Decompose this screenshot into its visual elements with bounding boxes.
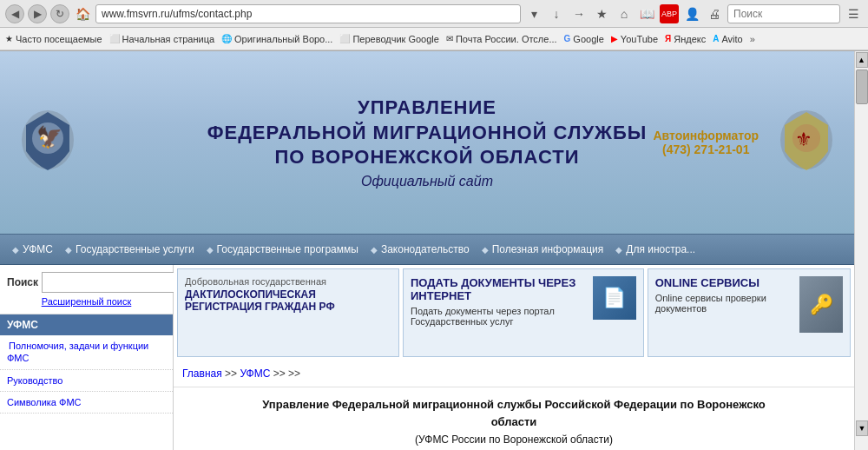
- card3-title: ONLINE СЕРВИСЫ: [655, 276, 794, 289]
- bookmark-pochta[interactable]: ✉ Почта России. Отсле...: [446, 34, 557, 44]
- search-label: Поиск: [7, 272, 38, 293]
- yandex-icon: Я: [665, 34, 671, 43]
- scroll-down-btn[interactable]: ▼: [856, 420, 868, 436]
- nav-arrow-useful: ◆: [482, 245, 489, 255]
- nav-arrow-ufms: ◆: [12, 245, 19, 255]
- google-icon: G: [564, 34, 571, 43]
- sidebar-item-simvolika[interactable]: Символика ФМС: [0, 392, 173, 414]
- header-subtitle: Официальный сайт: [207, 174, 648, 189]
- bookmark-original[interactable]: 🌐 Оригинальный Воро...: [221, 34, 332, 44]
- nav-arrow-programs: ◆: [207, 245, 214, 255]
- dropdown-icon[interactable]: ▾: [524, 4, 543, 23]
- search-input[interactable]: [42, 272, 181, 293]
- autoinformer-phone: (473) 271-21-01: [653, 142, 759, 156]
- bookmarks-overflow: »: [750, 34, 755, 44]
- star-icon[interactable]: ★: [592, 4, 611, 23]
- browser-content: 🦅 УПРАВЛЕНИЕ ФЕДЕРАЛЬНОЙ МИГРАЦИОННОЙ СЛ…: [0, 51, 868, 450]
- menu-icon[interactable]: ☰: [844, 4, 863, 23]
- breadcrumb-sep3: >>: [288, 367, 300, 380]
- url-bar[interactable]: [95, 4, 521, 23]
- card2-image: 📄: [593, 276, 636, 320]
- nav-arrow-services: ◆: [65, 245, 72, 255]
- bookmark-translate[interactable]: ⬜ Переводчик Google: [339, 34, 439, 44]
- card2-title: ПОДАТЬ ДОКУМЕНТЫ ЧЕРЕЗ ИНТЕРНЕТ: [411, 276, 588, 302]
- header-center: УПРАВЛЕНИЕ ФЕДЕРАЛЬНОЙ МИГРАЦИОННОЙ СЛУЖ…: [207, 96, 648, 189]
- card1-subtitle: Добровольная государственная: [185, 276, 335, 287]
- page-title-section: Управление Федеральной миграционной служ…: [174, 387, 854, 450]
- svg-text:⚜: ⚜: [795, 129, 812, 150]
- header-title-line2: ФЕДЕРАЛЬНОЙ МИГРАЦИОННОЙ СЛУЖБЫ: [207, 121, 648, 146]
- bookmark-yandex[interactable]: Я Яндекс: [665, 34, 706, 44]
- bookmarks-bar: ★ Часто посещаемые ⬜ Начальная страница …: [0, 28, 868, 50]
- breadcrumb-home[interactable]: Главная: [182, 367, 222, 380]
- vertical-scrollbar: ▲ ▼: [854, 51, 868, 450]
- bookmark-google[interactable]: G Google: [564, 34, 604, 44]
- bookmark-home[interactable]: ⬜ Начальная страница: [109, 34, 214, 44]
- breadcrumb: Главная >> УФМС >> >>: [174, 361, 854, 387]
- nav-menu: ◆ УФМС ◆ Государственные услуги ◆ Госуда…: [0, 234, 854, 265]
- card3-image: 🔑: [799, 276, 843, 333]
- youtube-icon: ▶: [611, 34, 618, 43]
- card-online: ONLINE СЕРВИСЫ Online сервисы проверки д…: [648, 268, 851, 357]
- content-cards: Добровольная государственная ДАКТИЛОСКОП…: [174, 265, 854, 361]
- print-icon[interactable]: 🖨: [705, 4, 724, 23]
- scroll-up-btn[interactable]: ▲: [856, 52, 868, 68]
- globe-icon: 🌐: [221, 34, 232, 43]
- nav-arrow-legislation: ◆: [371, 245, 378, 255]
- header-title-line1: УПРАВЛЕНИЕ: [207, 96, 648, 121]
- home-bm-icon: ⬜: [109, 34, 120, 43]
- breadcrumb-ufms[interactable]: УФМС: [240, 367, 270, 380]
- adblock-icon[interactable]: ABP: [660, 4, 679, 23]
- card2-body: Подать документы через портал Государств…: [411, 306, 588, 327]
- nav-item-foreign[interactable]: ◆ Для иностра...: [610, 243, 700, 255]
- nav-item-useful[interactable]: ◆ Полезная информация: [477, 243, 609, 255]
- svg-text:🦅: 🦅: [36, 124, 62, 149]
- nav-item-services[interactable]: ◆ Государственные услуги: [60, 243, 200, 255]
- header-title-line3: ПО ВОРОНЕЖСКОЙ ОБЛАСТИ: [207, 145, 648, 170]
- right-logo: ⚜: [776, 108, 845, 177]
- main-layout: Поиск 🔍 Расширенный поиск УФМС Полномочи…: [0, 265, 854, 450]
- mail-icon: ✉: [446, 34, 453, 43]
- page: 🦅 УПРАВЛЕНИЕ ФЕДЕРАЛЬНОЙ МИГРАЦИОННОЙ СЛ…: [0, 51, 854, 450]
- advanced-search-link[interactable]: Расширенный поиск: [7, 296, 166, 307]
- page-title-line2: области: [182, 414, 845, 431]
- sidebar: Поиск 🔍 Расширенный поиск УФМС Полномочи…: [0, 265, 174, 450]
- breadcrumb-sep2: >>: [273, 367, 288, 380]
- refresh-icon[interactable]: ↓: [547, 4, 566, 23]
- browser-chrome: ◀ ▶ ↻ 🏠 ▾ ↓ → ★ ⌂ 📖 ABP 👤 🖨 ☰ ★ Часто по…: [0, 0, 868, 51]
- bookmark-frequent[interactable]: ★ Часто посещаемые: [5, 34, 102, 44]
- person-icon[interactable]: 👤: [682, 4, 701, 23]
- page-title-line1: Управление Федеральной миграционной служ…: [182, 396, 845, 414]
- content-area: Добровольная государственная ДАКТИЛОСКОП…: [174, 265, 854, 450]
- nav-arrow-foreign: ◆: [615, 245, 622, 255]
- left-logo: 🦅: [17, 108, 87, 177]
- nav-bar: ◀ ▶ ↻ 🏠 ▾ ↓ → ★ ⌂ 📖 ABP 👤 🖨 ☰: [0, 0, 868, 28]
- nav-item-ufms[interactable]: ◆ УФМС: [7, 243, 58, 255]
- card3-body: Online сервисы проверки документов: [655, 293, 794, 314]
- back-button[interactable]: ◀: [5, 4, 24, 23]
- page-title-line3: (УФМС России по Воронежской области): [182, 433, 845, 446]
- bookmark-icon[interactable]: 📖: [637, 4, 656, 23]
- header-autoinformer: Автоинформатор (473) 271-21-01: [653, 129, 759, 156]
- card-documents: ПОДАТЬ ДОКУМЕНТЫ ЧЕРЕЗ ИНТЕРНЕТ Подать д…: [403, 268, 644, 357]
- bookmark-avito[interactable]: A Avito: [713, 34, 743, 44]
- scrollbar-thumb[interactable]: [856, 69, 868, 104]
- home-icon[interactable]: 🏠: [73, 4, 92, 23]
- nav-item-legislation[interactable]: ◆ Законодательство: [365, 243, 475, 255]
- search-row: Поиск 🔍: [7, 272, 166, 293]
- sidebar-menu-title: УФМС: [0, 314, 173, 335]
- sidebar-item-polnomochia[interactable]: Полномочия, задачи и функции ФМС: [0, 335, 173, 370]
- search-section: Поиск 🔍 Расширенный поиск: [0, 265, 173, 314]
- sidebar-item-rukovodstvo[interactable]: Руководство: [0, 370, 173, 392]
- breadcrumb-sep1: >>: [225, 367, 240, 380]
- arrow-right-icon[interactable]: →: [569, 4, 589, 23]
- avito-icon: A: [713, 34, 719, 43]
- card1-title: ДАКТИЛОСКОПИЧЕСКАЯ: [185, 288, 335, 301]
- card1-title2: РЕГИСТРАЦИЯ ГРАЖДАН РФ: [185, 301, 335, 313]
- reload-button[interactable]: ↻: [50, 4, 69, 23]
- nav-item-programs[interactable]: ◆ Государственные программы: [201, 243, 364, 255]
- browser-search-input[interactable]: [727, 4, 840, 23]
- bookmark-youtube[interactable]: ▶ YouTube: [611, 34, 658, 44]
- forward-button[interactable]: ▶: [28, 4, 47, 23]
- home2-icon[interactable]: ⌂: [615, 4, 634, 23]
